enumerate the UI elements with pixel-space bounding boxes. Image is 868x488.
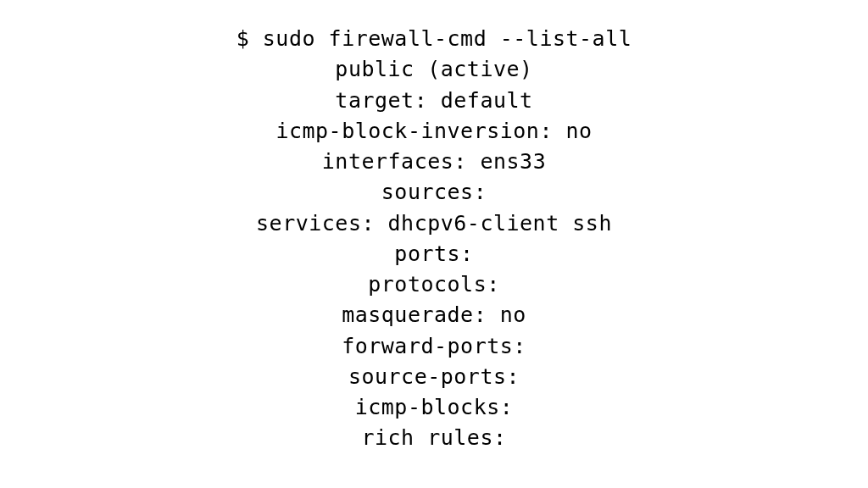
output-line: icmp-block-inversion: no xyxy=(275,116,592,147)
output-line: forward-ports: xyxy=(342,331,526,362)
terminal-output: $ sudo firewall-cmd --list-all public (a… xyxy=(0,0,868,488)
output-line: interfaces: ens33 xyxy=(322,147,546,177)
output-line: protocols: xyxy=(368,269,500,300)
command-line: $ sudo firewall-cmd --list-all xyxy=(236,24,632,54)
output-line: masquerade: no xyxy=(342,300,526,330)
output-line: rich rules: xyxy=(361,423,506,453)
output-line: target: default xyxy=(335,86,532,116)
output-line: sources: xyxy=(381,177,487,208)
output-line: icmp-blocks: xyxy=(355,392,514,423)
output-line: ports: xyxy=(394,239,473,269)
output-line: services: dhcpv6-client ssh xyxy=(256,208,612,239)
output-line: source-ports: xyxy=(348,362,520,392)
output-line: public (active) xyxy=(335,54,532,85)
